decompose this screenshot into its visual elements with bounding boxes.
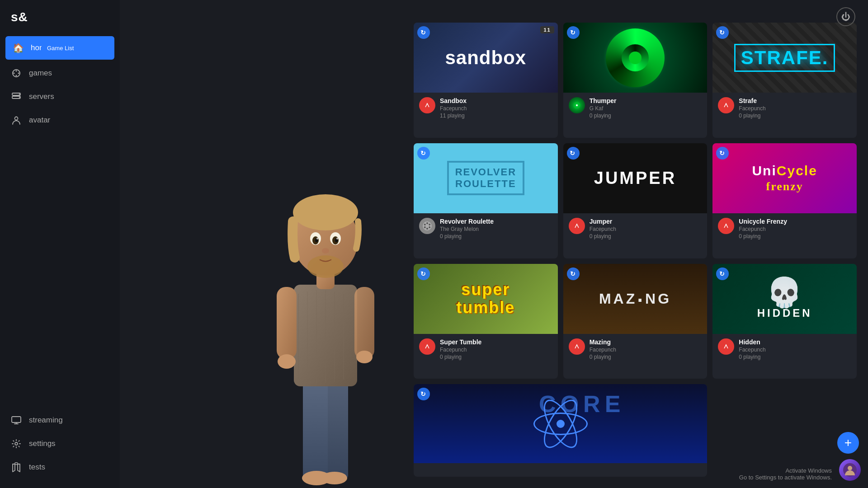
- unicycle-players: 0 playing: [739, 233, 851, 239]
- game-card-mazing[interactable]: ↻ MAZ·NG Mazing Facepunch 0 playing: [563, 264, 708, 379]
- supertumble-refresh-icon: ↻: [417, 267, 430, 280]
- svg-point-47: [426, 222, 428, 224]
- mazing-info: Mazing Facepunch 0 playing: [563, 334, 708, 366]
- unicycle-refresh-icon: ↻: [716, 147, 729, 160]
- power-button[interactable]: ⏻: [836, 7, 855, 26]
- jumper-thumb-text: JUMPER: [594, 169, 676, 188]
- sidebar-item-streaming[interactable]: streaming: [0, 408, 120, 432]
- mazing-refresh-icon: ↻: [567, 267, 580, 280]
- sandbox-text: Sandbox Facepunch 11 playing: [440, 97, 552, 119]
- svg-point-61: [848, 466, 852, 470]
- tests-icon: [11, 462, 22, 473]
- react-logo: [533, 397, 588, 451]
- strafe-players: 0 playing: [739, 113, 851, 119]
- sidebar-item-settings[interactable]: settings: [0, 432, 120, 455]
- jumper-info: Jumper Facepunch 0 playing: [563, 213, 708, 245]
- activation-subtitle: Go to Settings to activate Windows.: [739, 474, 832, 481]
- jumper-players: 0 playing: [590, 233, 702, 239]
- game-card-jumper[interactable]: ↻ JUMPER Jumper Facepunch 0 playing: [563, 143, 708, 258]
- revolver-players: 0 playing: [440, 233, 552, 239]
- hidden-thumbnail: ↻ 💀 HIDDEN: [712, 264, 857, 334]
- svg-point-51: [424, 226, 426, 228]
- jumper-title: Jumper: [590, 218, 702, 225]
- game-grid: ↻ 11 sandbox Sandbox Facepunch 11 playin…: [411, 18, 861, 481]
- revolver-text-info: Revolver Roulette The Gray Melon 0 playi…: [440, 218, 552, 239]
- home-icon: 🏠: [13, 42, 24, 53]
- user-avatar-button[interactable]: [839, 459, 861, 481]
- sandbox-refresh-icon: ↻: [417, 26, 430, 39]
- core-refresh-icon: ↻: [417, 388, 430, 400]
- svg-point-1: [14, 73, 15, 74]
- game-card-thumper[interactable]: ↻ Thumper G Kaf 0 playing: [563, 23, 708, 138]
- svg-point-39: [278, 354, 296, 369]
- topbar: ⏻: [824, 0, 868, 33]
- sidebar-item-tests[interactable]: tests: [0, 455, 120, 479]
- game-card-core[interactable]: ↻ CORE: [414, 384, 707, 477]
- games-label: games: [29, 69, 52, 78]
- game-card-revolver[interactable]: ↻ REVOLVERROULETTE Revolver Roulette The…: [414, 143, 558, 258]
- game-card-unicycle[interactable]: ↻ UniCycle frenzy Unicycle Frenzy Facepu…: [712, 143, 857, 258]
- svg-point-16: [322, 472, 347, 484]
- unicycle-text-info: Unicycle Frenzy Facepunch 0 playing: [739, 218, 851, 239]
- hidden-players: 0 playing: [739, 354, 851, 360]
- sidebar-bottom: streaming settings tests: [0, 408, 120, 488]
- add-button[interactable]: +: [837, 432, 859, 454]
- thumper-refresh-icon: ↻: [567, 26, 580, 39]
- sidebar-item-servers[interactable]: servers: [0, 85, 120, 108]
- revolver-thumbnail: ↻ REVOLVERROULETTE: [414, 143, 558, 213]
- supertumble-studio: Facepunch: [440, 347, 552, 353]
- main-content: ⏻: [120, 0, 868, 488]
- svg-point-50: [426, 228, 428, 230]
- sidebar-item-avatar[interactable]: avatar: [0, 108, 120, 132]
- hidden-thumb-content: 💀 HIDDEN: [757, 264, 812, 334]
- supertumble-title: Super Tumble: [440, 338, 552, 346]
- settings-icon: [11, 438, 22, 449]
- activation-title: Activate Windows: [739, 467, 832, 474]
- game-card-strafe[interactable]: ↻ STRAFE. Strafe Facepunch 0 playing: [712, 23, 857, 138]
- supertumble-thumbnail: ↻ supertumble: [414, 264, 558, 334]
- svg-point-37: [336, 238, 338, 239]
- svg-point-11: [15, 442, 18, 445]
- servers-label: servers: [29, 92, 54, 101]
- svg-point-7: [19, 94, 20, 94]
- core-thumbnail: ↻ CORE: [414, 384, 707, 463]
- activation-notice: Activate Windows Go to Settings to activ…: [739, 467, 832, 481]
- sandbox-players: 11 playing: [440, 113, 552, 119]
- game-card-sandbox[interactable]: ↻ 11 sandbox Sandbox Facepunch 11 playin…: [414, 23, 558, 138]
- streaming-label: streaming: [29, 416, 63, 425]
- avatar-display-area: [240, 0, 411, 488]
- unicycle-info: Unicycle Frenzy Facepunch 0 playing: [712, 213, 857, 245]
- sandbox-badge: 11: [540, 26, 554, 33]
- svg-point-40: [356, 351, 373, 363]
- svg-point-9: [15, 117, 18, 120]
- mazing-thumbnail: ↻ MAZ·NG: [563, 264, 708, 334]
- strafe-title: Strafe: [739, 97, 851, 104]
- svg-point-29: [307, 255, 344, 278]
- svg-point-38: [322, 248, 329, 253]
- svg-point-4: [16, 75, 17, 76]
- revolver-icon: [419, 218, 435, 234]
- streaming-icon: [11, 415, 22, 426]
- game-card-hidden[interactable]: ↻ 💀 HIDDEN Hidden Facepunch 0 playing: [712, 264, 857, 379]
- avatar-svg: [253, 117, 398, 488]
- sidebar-item-games[interactable]: games: [0, 61, 120, 85]
- sidebar: s& 🏠 home Game List games: [0, 0, 120, 488]
- sidebar-nav: 🏠 home Game List games: [0, 34, 120, 408]
- game-card-supertumble[interactable]: ↻ supertumble Super Tumble Facepunch 0 p…: [414, 264, 558, 379]
- strafe-refresh-icon: ↻: [716, 26, 729, 39]
- mazing-text-info: Mazing Facepunch 0 playing: [590, 338, 702, 360]
- mazing-studio: Facepunch: [590, 347, 702, 353]
- strafe-text-info: Strafe Facepunch 0 playing: [739, 97, 851, 119]
- revolver-studio: The Gray Melon: [440, 226, 552, 232]
- svg-point-48: [429, 224, 430, 225]
- svg-point-44: [576, 104, 578, 106]
- sidebar-item-home[interactable]: 🏠 home Game List: [5, 36, 114, 60]
- supertumble-text-info: Super Tumble Facepunch 0 playing: [440, 338, 552, 360]
- supertumble-icon: [419, 338, 435, 355]
- supertumble-info: Super Tumble Facepunch 0 playing: [414, 334, 558, 366]
- hidden-icon: [718, 338, 734, 355]
- svg-rect-25: [354, 287, 374, 359]
- svg-rect-14: [323, 380, 348, 479]
- thumper-studio: G Kaf: [590, 105, 702, 112]
- unicycle-studio: Facepunch: [739, 226, 851, 232]
